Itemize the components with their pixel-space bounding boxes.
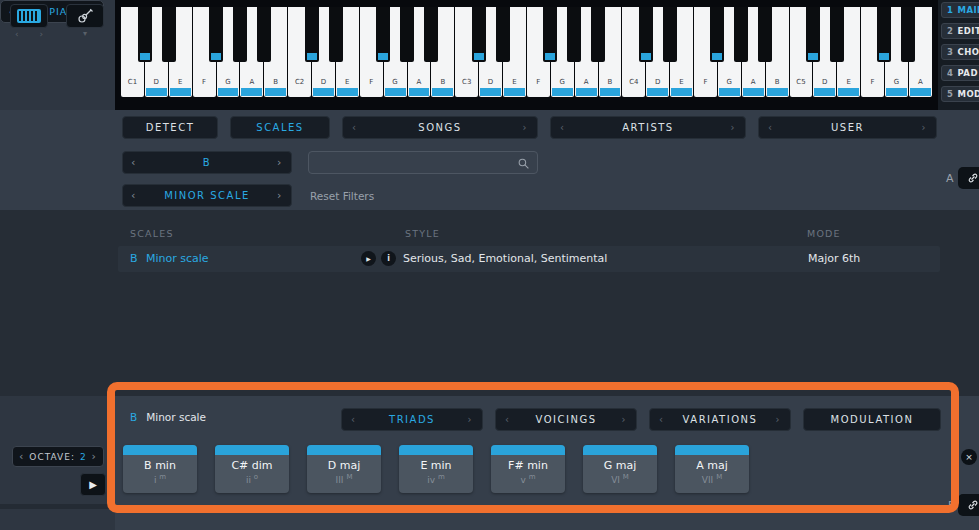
chevron-left-icon[interactable]: ‹: [560, 122, 566, 133]
black-key[interactable]: [591, 7, 605, 62]
chevron-left-icon[interactable]: ‹: [351, 414, 357, 425]
chevron-down-icon[interactable]: ▾: [66, 29, 104, 38]
black-key[interactable]: [400, 7, 414, 62]
chord-pad-emin[interactable]: E miniv m: [399, 445, 473, 493]
black-key[interactable]: [257, 7, 271, 62]
chevron-right-icon[interactable]: ›: [922, 122, 928, 133]
play-button[interactable]: ▶: [80, 473, 106, 496]
chord-pad-amaj[interactable]: A majVII M: [675, 445, 749, 493]
chevron-right-icon[interactable]: ›: [622, 414, 628, 425]
chevron-left-icon[interactable]: ‹: [131, 190, 137, 201]
scale-highlight: [576, 88, 597, 96]
piano-keys[interactable]: C1DEFGABC2DEFGABC3DEFGABC4DEFGABC5DEFGA: [121, 7, 932, 97]
black-key[interactable]: [877, 7, 891, 62]
tab-songs[interactable]: ‹SONGS›: [342, 116, 538, 139]
link-b-button[interactable]: [958, 494, 979, 516]
menu-item-edit[interactable]: 2EDIT: [941, 23, 979, 39]
scale-name: Minor scale: [146, 411, 206, 423]
black-key[interactable]: [305, 7, 319, 62]
black-key[interactable]: [329, 7, 343, 62]
chevron-left-icon[interactable]: ‹: [768, 122, 774, 133]
reset-filters-link[interactable]: Reset Filters: [310, 190, 374, 202]
scale-highlight: [719, 88, 740, 96]
root-note-selector[interactable]: ‹ B ›: [122, 151, 292, 174]
tab-scales[interactable]: SCALES: [230, 116, 330, 139]
menu-item-pad[interactable]: 4PAD: [941, 65, 979, 81]
octave-selector[interactable]: ‹ OCTAVE: 2 ›: [12, 446, 104, 467]
search-input[interactable]: [308, 151, 538, 174]
chevron-left-icon[interactable]: ‹: [505, 414, 511, 425]
black-key[interactable]: [543, 7, 557, 62]
close-button[interactable]: ×: [961, 449, 977, 465]
guitar-instrument-button[interactable]: [66, 4, 104, 28]
tab-detect[interactable]: DETECT: [122, 116, 218, 139]
chord-quality-sup: o: [254, 473, 258, 481]
menu-item-number: 3: [947, 47, 953, 57]
key-label: E: [503, 78, 526, 86]
black-key[interactable]: [830, 7, 844, 62]
black-key[interactable]: [758, 7, 772, 62]
menu-item-main[interactable]: 1MAIN: [941, 2, 979, 18]
row-scale-name[interactable]: Minor scale: [146, 252, 209, 265]
black-key[interactable]: [424, 7, 438, 62]
chevron-left-icon[interactable]: ‹: [15, 29, 19, 39]
black-key[interactable]: [663, 7, 677, 62]
black-key[interactable]: [710, 7, 724, 62]
black-key[interactable]: [472, 7, 486, 62]
key-label: G: [551, 78, 574, 86]
chevron-right-icon[interactable]: ›: [731, 122, 737, 133]
tab-voicings[interactable]: ‹VOICINGS›: [495, 408, 637, 431]
black-key[interactable]: [639, 7, 653, 62]
chord-quality-sup: m: [529, 473, 536, 481]
chevron-left-icon[interactable]: ‹: [352, 122, 358, 133]
tab-artists[interactable]: ‹ARTISTS›: [550, 116, 746, 139]
black-key[interactable]: [233, 7, 247, 62]
black-key[interactable]: [376, 7, 390, 62]
chord-pad-gmaj[interactable]: G majVI M: [583, 445, 657, 493]
black-key[interactable]: [806, 7, 820, 62]
chevron-right-icon[interactable]: ›: [523, 122, 529, 133]
tab-label: VOICINGS: [536, 414, 597, 425]
black-key[interactable]: [138, 7, 152, 62]
black-key[interactable]: [567, 7, 581, 62]
black-key[interactable]: [901, 7, 915, 62]
link-a-button[interactable]: [958, 167, 979, 189]
chevron-left-icon[interactable]: ‹: [659, 414, 665, 425]
chevron-right-icon[interactable]: ›: [277, 190, 283, 201]
scale-highlight: [641, 53, 651, 60]
row-info-button[interactable]: i: [381, 251, 396, 266]
black-key[interactable]: [162, 7, 176, 62]
menu-item-chord[interactable]: 3CHORD: [941, 44, 979, 60]
chevron-right-icon[interactable]: ›: [92, 451, 97, 462]
tab-label: SCALES: [256, 122, 303, 133]
black-key[interactable]: [734, 7, 748, 62]
chevron-left-icon[interactable]: ‹: [131, 157, 137, 168]
chevron-right-icon[interactable]: ›: [277, 157, 283, 168]
key-label: B: [431, 78, 454, 86]
chord-pad-cdim[interactable]: C# dimii o: [215, 445, 289, 493]
chevron-right-icon[interactable]: ›: [468, 414, 474, 425]
chord-pad-fmin[interactable]: F# minv m: [491, 445, 565, 493]
scale-highlight: [767, 88, 788, 96]
scale-type-selector[interactable]: ‹ MINOR SCALE ›: [122, 184, 292, 207]
chord-pad-dmaj[interactable]: D majIII M: [307, 445, 381, 493]
chevron-left-icon[interactable]: ‹: [19, 451, 24, 462]
column-header-mode: MODE: [807, 228, 841, 239]
keyboard-instrument-button[interactable]: [10, 4, 48, 28]
instrument-pager[interactable]: ‹ ›: [10, 29, 48, 39]
tab-variations[interactable]: ‹VARIATIONS›: [649, 408, 791, 431]
pad-active-bar: [307, 445, 381, 455]
scale-highlight: [146, 88, 167, 96]
menu-item-mod[interactable]: 5MOD: [941, 86, 979, 102]
tab-triads[interactable]: ‹TRIADS›: [341, 408, 483, 431]
scale-highlight: [140, 53, 150, 60]
chord-pad-bmin[interactable]: B mini m: [123, 445, 197, 493]
tab-modulation[interactable]: MODULATION: [803, 408, 941, 431]
chevron-right-icon[interactable]: ›: [39, 29, 43, 39]
chevron-right-icon[interactable]: ›: [776, 414, 782, 425]
info-icon: i: [387, 254, 390, 263]
black-key[interactable]: [209, 7, 223, 62]
tab-user[interactable]: ‹USER›: [758, 116, 937, 139]
black-key[interactable]: [496, 7, 510, 62]
row-play-button[interactable]: ▶: [361, 251, 376, 266]
